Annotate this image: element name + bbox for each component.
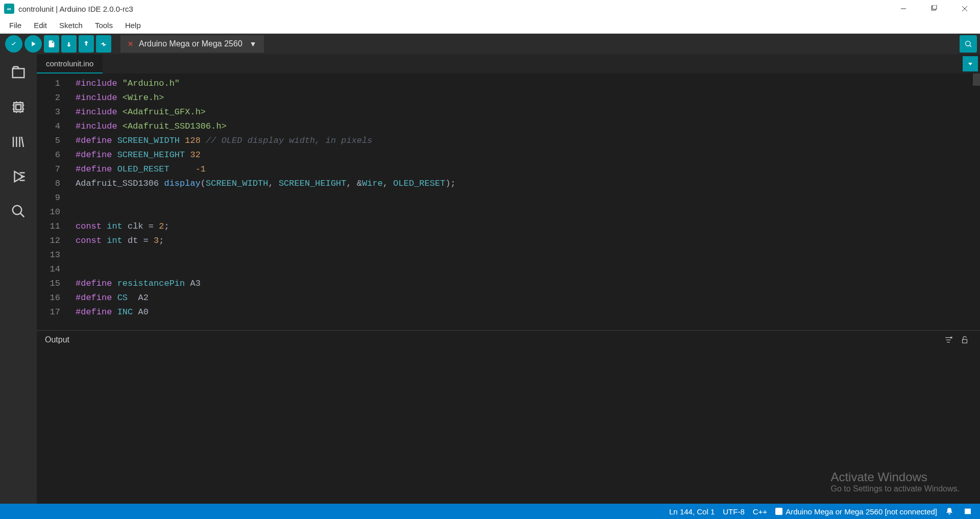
line-number: 1 [37,77,69,91]
explorer-icon[interactable] [7,61,30,84]
chevron-down-icon: ▼ [250,40,257,48]
library-manager-icon[interactable] [7,131,30,153]
line-number: 4 [37,119,69,134]
windows-activation-watermark: Activate Windows Go to Settings to activ… [830,470,960,493]
editor-area: controlunit.ino 123456789101112131415161… [37,54,980,504]
code-line[interactable]: Adafruit_SSD1306 display(SCREEN_WIDTH, S… [76,177,456,191]
svg-point-25 [13,206,22,215]
upload-button[interactable] [24,35,42,53]
svg-rect-8 [16,105,21,110]
arduino-app-icon: ∞ [4,4,14,14]
open-sketch-button[interactable] [61,35,77,53]
watermark-title: Activate Windows [830,470,960,484]
output-panel: Output Activate Windows Go to Settings t… [37,330,980,504]
line-number: 2 [37,91,69,105]
window-title: controlunit | Arduino IDE 2.0.0-rc3 [18,5,133,13]
svg-rect-2 [933,5,937,9]
plug-icon [775,508,782,515]
code-line[interactable]: #define resistancePin A3 [76,277,456,291]
code-line[interactable] [76,191,456,205]
menu-help[interactable]: Help [119,17,147,34]
code-line[interactable]: #include <Wire.h> [76,91,456,105]
line-number-gutter: 1234567891011121314151617 [37,73,69,330]
minimize-button[interactable] [888,0,919,17]
svg-rect-34 [965,509,971,513]
minimap-scrollbar[interactable] [973,73,980,330]
menu-edit[interactable]: Edit [28,17,53,34]
search-icon[interactable] [7,200,30,223]
code-line[interactable]: const int clk = 2; [76,219,456,234]
status-board-label: Arduino Mega or Mega 2560 [not connected… [786,507,937,516]
menu-sketch[interactable]: Sketch [53,17,89,34]
debug-icon[interactable] [7,165,30,188]
status-notifications-icon[interactable] [945,507,955,515]
code-line[interactable]: #define INC A0 [76,305,456,319]
code-line[interactable] [76,262,456,277]
main-area: controlunit.ino 123456789101112131415161… [0,54,980,504]
line-number: 7 [37,162,69,177]
output-content: Activate Windows Go to Settings to activ… [37,349,980,504]
verify-button[interactable] [5,35,22,53]
menu-tools[interactable]: Tools [89,17,119,34]
activity-sidebar [0,54,37,504]
tab-overflow-button[interactable] [963,56,978,71]
code-content[interactable]: #include "Arduino.h"#include <Wire.h>#in… [69,73,456,330]
svg-line-6 [970,45,971,47]
code-line[interactable] [76,205,456,219]
svg-line-26 [20,213,24,217]
boards-manager-icon[interactable] [7,96,30,118]
disconnected-icon: ✕ [128,40,134,48]
status-board[interactable]: Arduino Mega or Mega 2560 [not connected… [775,507,937,516]
status-close-panel-icon[interactable] [964,507,974,515]
watermark-subtitle: Go to Settings to activate Windows. [830,484,960,493]
menu-file[interactable]: File [3,17,28,34]
line-number: 9 [37,191,69,205]
code-line[interactable]: const int dt = 3; [76,234,456,248]
line-number: 3 [37,105,69,119]
serial-plotter-button[interactable] [960,35,977,53]
output-filter-icon[interactable] [941,333,955,347]
line-number: 17 [37,305,69,319]
code-line[interactable]: #define SCREEN_WIDTH 128 // OLED display… [76,134,456,148]
line-number: 11 [37,219,69,234]
line-number: 15 [37,277,69,291]
output-label: Output [45,335,69,344]
svg-point-5 [966,41,970,46]
svg-rect-33 [963,339,967,343]
title-bar: ∞ controlunit | Arduino IDE 2.0.0-rc3 [0,0,980,17]
save-sketch-button[interactable] [79,35,94,53]
line-number: 14 [37,262,69,277]
output-header: Output [37,331,980,349]
line-number: 6 [37,148,69,162]
menu-bar: File Edit Sketch Tools Help [0,17,980,34]
line-number: 12 [37,234,69,248]
line-number: 16 [37,291,69,305]
status-encoding[interactable]: UTF-8 [723,507,745,516]
code-editor[interactable]: 1234567891011121314151617 #include "Ardu… [37,73,980,330]
status-cursor-position[interactable]: Ln 144, Col 1 [669,507,715,516]
status-bar: Ln 144, Col 1 UTF-8 C++ Arduino Mega or … [0,504,980,519]
svg-marker-27 [968,63,972,65]
line-number: 8 [37,177,69,191]
board-selector-label: Arduino Mega or Mega 2560 [139,39,242,48]
code-line[interactable]: #include <Adafruit_GFX.h> [76,105,456,119]
scroll-thumb[interactable] [973,73,980,86]
toolbar: ✕ Arduino Mega or Mega 2560 ▼ [0,34,980,54]
editor-tabs: controlunit.ino [37,54,980,73]
code-line[interactable] [76,248,456,262]
code-line[interactable]: #define SCREEN_HEIGHT 32 [76,148,456,162]
board-selector[interactable]: ✕ Arduino Mega or Mega 2560 ▼ [120,35,264,53]
code-line[interactable]: #define CS A2 [76,291,456,305]
maximize-button[interactable] [919,0,949,17]
debug-button[interactable] [96,35,111,53]
line-number: 13 [37,248,69,262]
code-line[interactable]: #include "Arduino.h" [76,77,456,91]
line-number: 5 [37,134,69,148]
close-button[interactable] [949,0,980,17]
new-sketch-button[interactable] [44,35,59,53]
code-line[interactable]: #define OLED_RESET -1 [76,162,456,177]
status-language[interactable]: C++ [753,507,767,516]
tab-controlunit[interactable]: controlunit.ino [37,54,103,73]
output-lock-icon[interactable] [958,333,972,347]
code-line[interactable]: #include <Adafruit_SSD1306.h> [76,119,456,134]
